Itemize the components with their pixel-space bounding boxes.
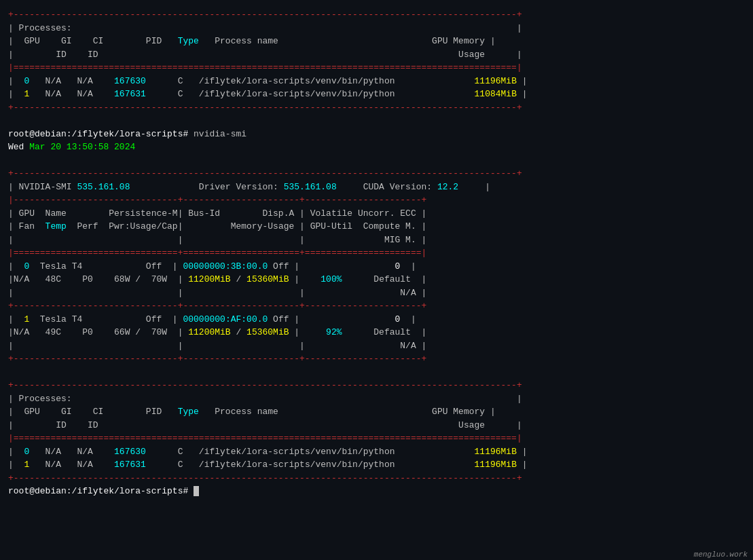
col-header-1: | GPU GI CI PID Type Process name GPU Me… [8, 35, 745, 48]
gpu0-row2: |N/A 48C P0 68W / 70W | 11200MiB / 15360… [8, 273, 745, 286]
gpu-col-header-2: | Fan Temp Perf Pwr:Usage/Cap| Memory-Us… [8, 220, 745, 234]
col-header-4: | ID ID Usage | [8, 419, 745, 432]
gpu-separator: |===============================+=======… [8, 246, 745, 260]
process2-row-1: | 1 N/A N/A 167631 C /iflytek/lora-scrip… [8, 458, 745, 472]
gpu-col-header-1: | GPU Name Persistence-M| Bus-Id Disp.A … [8, 207, 745, 221]
separator-2: |=======================================… [8, 432, 745, 445]
border-top-1: +---------------------------------------… [8, 8, 745, 22]
gpu0-row1: | 0 Tesla T4 Off | 00000000:3B:00.0 Off … [8, 260, 745, 274]
smi-border-top: +---------------------------------------… [8, 167, 745, 181]
terminal-window: +---------------------------------------… [3, 5, 750, 501]
prompt-line-1: root@debian:/iflytek/lora-scripts# nvidi… [8, 128, 745, 141]
process-row-1: | 1 N/A N/A 167631 C /iflytek/lora-scrip… [8, 88, 745, 101]
col-header-2: | ID ID Usage | [8, 48, 745, 62]
watermark: mengluo.work [694, 550, 748, 559]
gpu0-row3: | | | N/A | [8, 286, 745, 300]
processes-label-2: | Processes: | [8, 392, 745, 406]
datetime-line: Wed Mar 20 13:50:58 2024 [8, 141, 745, 154]
gpu-col-header-3: | | | MIG M. | [8, 234, 745, 247]
blank-3 [8, 366, 745, 379]
gpu1-row3: | | | N/A | [8, 339, 745, 353]
gpu1-row2: |N/A 49C P0 66W / 70W | 11200MiB / 15360… [8, 326, 745, 339]
process-row-0: | 0 N/A N/A 167630 C /iflytek/lora-scrip… [8, 75, 745, 88]
process2-row-0: | 0 N/A N/A 167630 C /iflytek/lora-scrip… [8, 445, 745, 459]
processes-label-1: | Processes: | [8, 22, 745, 35]
col-header-3: | GPU GI CI PID Type Process name GPU Me… [8, 405, 745, 419]
separator-1: |=======================================… [8, 61, 745, 75]
blank-1 [8, 114, 745, 128]
prompt-line-final: root@debian:/iflytek/lora-scripts# [8, 485, 745, 498]
border-bot-2: +---------------------------------------… [8, 472, 745, 485]
border-top-2: +---------------------------------------… [8, 379, 745, 392]
smi-version-line: | NVIDIA-SMI 535.161.08 Driver Version: … [8, 181, 745, 194]
border-bot-1: +---------------------------------------… [8, 101, 745, 115]
gpu1-row1: | 1 Tesla T4 Off | 00000000:AF:00.0 Off … [8, 313, 745, 326]
gpu-mid-sep: +-------------------------------+-------… [8, 299, 745, 313]
smi-border-bot: +-------------------------------+-------… [8, 352, 745, 366]
blank-2 [8, 154, 745, 168]
smi-header-sep: |-------------------------------+-------… [8, 193, 745, 207]
